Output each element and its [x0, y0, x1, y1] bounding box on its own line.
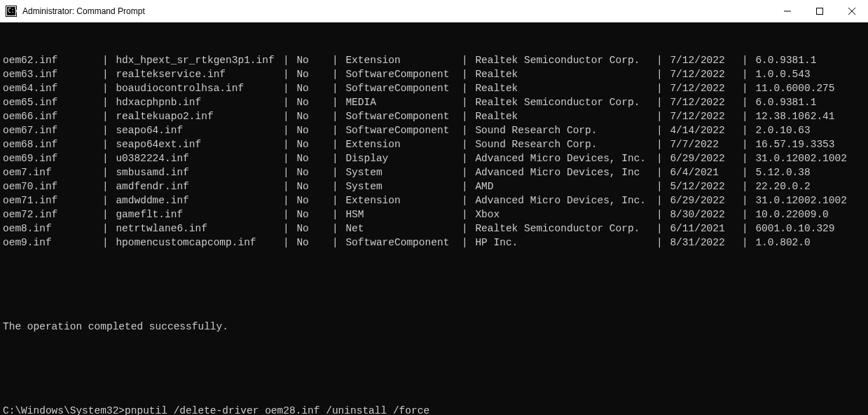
driver-row: oem69.inf| u0382224.inf| No| Display| Ad…: [3, 151, 868, 165]
driver-row: oem71.inf| amdwddme.inf| No| Extension| …: [3, 193, 868, 208]
separator: |: [283, 139, 296, 150]
inbox: | No: [283, 151, 332, 165]
separator: |: [332, 209, 345, 220]
provider-name: | Realtek: [462, 81, 656, 95]
original-name: | hdx_hpext_sr_rtkgen3p1.inf: [102, 53, 283, 67]
separator: |: [102, 125, 116, 136]
inbox: | No: [283, 236, 332, 250]
close-button[interactable]: [836, 0, 868, 22]
published-name: oem65.inf: [3, 95, 102, 109]
separator: |: [462, 237, 475, 248]
separator: |: [656, 195, 670, 206]
original-name: | realtekuapo2.inf: [102, 109, 283, 123]
separator: |: [283, 55, 296, 66]
version: | 5.12.0.38: [742, 165, 868, 179]
class-name: | System: [332, 165, 462, 179]
published-name: oem8.inf: [3, 222, 102, 236]
separator: |: [332, 139, 345, 150]
class-name: | SoftwareComponent: [332, 123, 462, 137]
separator: |: [656, 55, 670, 66]
published-name: oem7.inf: [3, 165, 102, 179]
version: | 6.0.9381.1: [742, 95, 868, 109]
version: | 16.57.19.3353: [742, 137, 868, 151]
separator: |: [742, 97, 755, 108]
inbox: | No: [283, 53, 332, 67]
class-name: | Extension: [332, 137, 462, 151]
provider-name: | Sound Research Corp.: [462, 123, 656, 137]
cmd-icon: C:\: [6, 6, 17, 17]
separator: |: [283, 83, 296, 94]
command-text: pnputil /delete-driver oem28.inf /uninst…: [125, 405, 429, 415]
driver-row: oem68.inf| seapo64ext.inf| No| Extension…: [3, 137, 868, 151]
window-title: Administrator: Command Prompt: [22, 6, 771, 16]
separator: |: [102, 139, 116, 150]
separator: |: [332, 153, 345, 164]
provider-name: | AMD: [462, 179, 656, 193]
separator: |: [742, 111, 755, 122]
separator: |: [102, 237, 116, 248]
separator: |: [742, 69, 755, 80]
separator: |: [462, 125, 475, 136]
driver-row: oem72.inf| gameflt.inf| No| HSM| Xbox| 8…: [3, 208, 868, 222]
published-name: oem70.inf: [3, 179, 102, 193]
separator: |: [332, 83, 345, 94]
maximize-button[interactable]: [804, 0, 836, 22]
separator: |: [656, 83, 670, 94]
version: | 31.0.12002.1002: [742, 151, 868, 165]
original-name: | netrtwlane6.inf: [102, 222, 283, 236]
separator: |: [742, 83, 755, 94]
separator: |: [462, 55, 475, 66]
separator: |: [742, 195, 755, 206]
provider-name: | Realtek Semiconductor Corp.: [462, 222, 656, 236]
separator: |: [102, 97, 116, 108]
date: | 6/29/2022: [656, 151, 742, 165]
separator: |: [102, 209, 116, 220]
class-name: | SoftwareComponent: [332, 109, 462, 123]
provider-name: | Xbox: [462, 208, 656, 222]
prompt-path: C:\Windows\System32>: [3, 405, 125, 415]
separator: |: [462, 69, 475, 80]
separator: |: [656, 153, 670, 164]
terminal-output[interactable]: oem62.inf| hdx_hpext_sr_rtkgen3p1.inf| N…: [0, 22, 868, 415]
separator: |: [283, 125, 296, 136]
separator: |: [102, 223, 116, 234]
separator: |: [102, 69, 116, 80]
completion-message: The operation completed successfully.: [3, 320, 868, 334]
separator: |: [332, 167, 345, 178]
separator: |: [742, 55, 755, 66]
original-name: | hpomencustomcapcomp.inf: [102, 236, 283, 250]
date: | 6/11/2021: [656, 222, 742, 236]
class-name: | System: [332, 179, 462, 193]
separator: |: [332, 181, 345, 192]
provider-name: | Advanced Micro Devices, Inc.: [462, 193, 656, 208]
provider-name: | Sound Research Corp.: [462, 137, 656, 151]
separator: |: [462, 153, 475, 164]
separator: |: [656, 209, 670, 220]
minimize-button[interactable]: [771, 0, 804, 22]
separator: |: [742, 237, 755, 248]
separator: |: [283, 209, 296, 220]
driver-row: oem65.inf| hdxacphpnb.inf| No| MEDIA| Re…: [3, 95, 868, 109]
driver-row: oem67.inf| seapo64.inf| No| SoftwareComp…: [3, 123, 868, 137]
original-name: | boaudiocontrolhsa.inf: [102, 81, 283, 95]
separator: |: [283, 195, 296, 206]
date: | 7/12/2022: [656, 109, 742, 123]
separator: |: [102, 195, 116, 206]
inbox: | No: [283, 81, 332, 95]
separator: |: [656, 97, 670, 108]
class-name: | SoftwareComponent: [332, 236, 462, 250]
window-controls: [771, 0, 868, 22]
separator: |: [332, 111, 345, 122]
provider-name: | Realtek: [462, 109, 656, 123]
driver-row: oem64.inf| boaudiocontrolhsa.inf| No| So…: [3, 81, 868, 95]
date: | 4/14/2022: [656, 123, 742, 137]
class-name: | HSM: [332, 208, 462, 222]
separator: |: [283, 153, 296, 164]
class-name: | Display: [332, 151, 462, 165]
original-name: | smbusamd.inf: [102, 165, 283, 179]
version: | 31.0.12002.1002: [742, 193, 868, 208]
inbox: | No: [283, 193, 332, 208]
date: | 8/30/2022: [656, 208, 742, 222]
inbox: | No: [283, 222, 332, 236]
separator: |: [742, 209, 755, 220]
